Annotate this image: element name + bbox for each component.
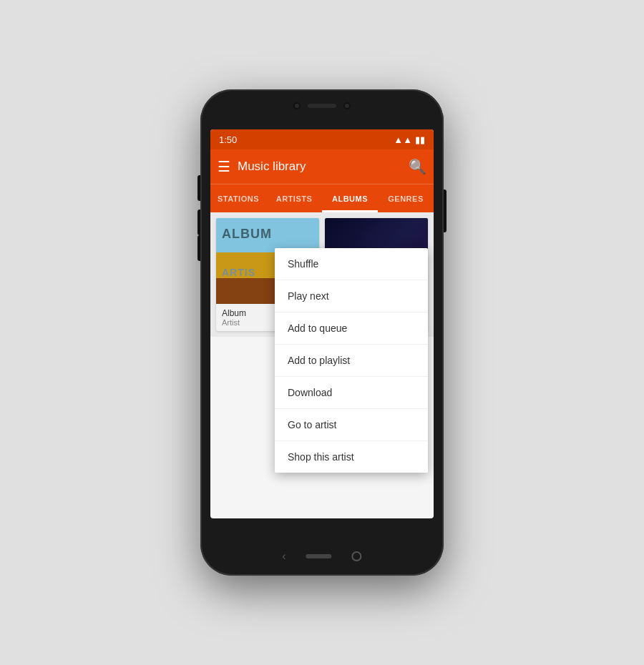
menu-item-shop-this-artist[interactable]: Shop this artist — [275, 441, 428, 473]
tabs-bar: STATIONS ARTISTS ALBUMS GENRES — [210, 184, 434, 212]
header-title: Music library — [238, 159, 401, 174]
search-icon[interactable]: 🔍 — [409, 158, 426, 175]
back-button[interactable]: ‹ — [282, 550, 286, 563]
dropdown-menu: Shuffle Play next Add to queue Add to pl… — [275, 248, 428, 473]
phone-screen: 1:50 ▲▲ ▮▮ ☰ Music library 🔍 STATIONS AR… — [210, 129, 434, 518]
status-time: 1:50 — [219, 134, 237, 145]
recents-button[interactable] — [352, 551, 362, 561]
tab-albums[interactable]: ALBUMS — [322, 184, 378, 212]
phone-bottom-nav: ‹ — [282, 550, 361, 563]
tab-stations[interactable]: STATIONS — [210, 184, 266, 212]
status-icons: ▲▲ ▮▮ — [394, 134, 425, 145]
speaker-top — [308, 104, 336, 108]
menu-item-download[interactable]: Download — [275, 377, 428, 409]
phone-body: 1:50 ▲▲ ▮▮ ☰ Music library 🔍 STATIONS AR… — [200, 89, 444, 576]
content-area: ALBUM ARTIS Album Artist — [210, 212, 434, 337]
menu-item-play-next[interactable]: Play next — [275, 280, 428, 312]
home-button[interactable] — [306, 554, 332, 558]
phone-top-bar — [293, 102, 351, 109]
menu-item-shuffle[interactable]: Shuffle — [275, 248, 428, 280]
battery-icon: ▮▮ — [415, 134, 425, 145]
camera-lens — [293, 102, 301, 109]
tab-genres[interactable]: GENRES — [378, 184, 434, 212]
app-header: ☰ Music library 🔍 — [210, 149, 434, 184]
menu-item-add-to-queue[interactable]: Add to queue — [275, 312, 428, 345]
menu-item-add-to-playlist[interactable]: Add to playlist — [275, 345, 428, 377]
menu-item-go-to-artist[interactable]: Go to artist — [275, 409, 428, 441]
camera-lens-2 — [343, 102, 351, 109]
tab-artists[interactable]: ARTISTS — [266, 184, 322, 212]
signal-icon: ▲▲ — [394, 134, 412, 145]
menu-icon[interactable]: ☰ — [218, 158, 230, 175]
status-bar: 1:50 ▲▲ ▮▮ — [210, 129, 434, 149]
phone-wrapper: 1:50 ▲▲ ▮▮ ☰ Music library 🔍 STATIONS AR… — [200, 89, 444, 576]
